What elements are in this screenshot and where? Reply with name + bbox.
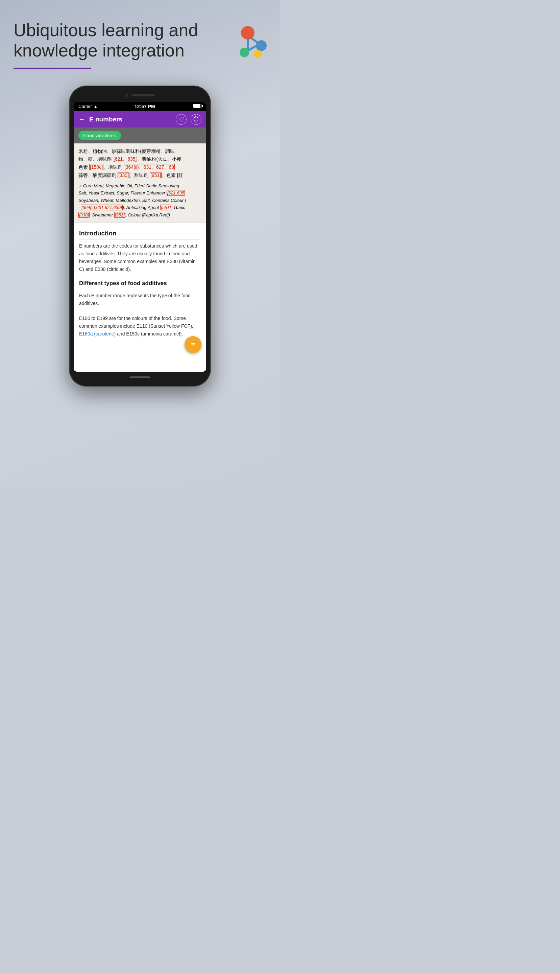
- battery-fill: [193, 104, 200, 107]
- svg-point-3: [241, 26, 255, 40]
- history-button[interactable]: ⏱: [191, 114, 202, 125]
- types-text2-end: and E150c (ammonia caramel).: [116, 331, 183, 336]
- status-time: 12:57 PM: [135, 104, 155, 109]
- food-label-area: 米粉、植物油、炒蒜味調味料(麥芽糊精、調味 物、糖、增味劑 [621、635]、…: [74, 144, 206, 223]
- home-indicator[interactable]: [130, 376, 150, 378]
- types-text2-start: E100 to E199 are for the colours of the …: [79, 316, 193, 329]
- food-additives-tag[interactable]: Food additives: [78, 131, 121, 140]
- favorite-button[interactable]: ♡: [176, 114, 187, 125]
- fab-icon: ≡: [191, 341, 195, 348]
- hero-title: Ubiquitous learning and knowledge integr…: [13, 20, 203, 61]
- english-label: s: Corn Meal, Vegetable Oil, Fried Garli…: [78, 182, 202, 219]
- tag-bar: Food additives: [74, 127, 206, 144]
- svg-point-5: [240, 48, 249, 57]
- e-num-951: [951]: [150, 172, 162, 178]
- back-button[interactable]: ←: [78, 115, 85, 123]
- status-bar: Carrier ▲ 12:57 PM: [74, 102, 206, 111]
- e160a-link[interactable]: E160a (carotene): [79, 331, 116, 336]
- e-num-551: [551]: [160, 205, 171, 211]
- wifi-icon: ▲: [93, 104, 98, 109]
- phone-wrapper: Carrier ▲ 12:57 PM ← E numbers ♡ ⏱: [13, 85, 266, 386]
- types-heading: Different types of food additives: [79, 280, 201, 289]
- e-num-150c: [150c]: [89, 164, 103, 170]
- phone-screen: Carrier ▲ 12:57 PM ← E numbers ♡ ⏱: [74, 102, 206, 372]
- nav-bar: ← E numbers ♡ ⏱: [74, 111, 206, 127]
- svg-point-4: [256, 40, 267, 51]
- e-num-621-635: [621、635]: [113, 156, 138, 162]
- status-right: [192, 104, 202, 109]
- svg-point-6: [254, 50, 262, 58]
- types-text1: Each E number range represents the type …: [79, 292, 201, 307]
- phone-top-bar: [74, 92, 206, 99]
- e-num-364ii-631-627: [364(ii)、631、627、63: [124, 164, 175, 170]
- article-content: Introduction E numbers are the codes for…: [74, 223, 206, 372]
- carrier-label: Carrier: [78, 104, 92, 109]
- phone-camera: [125, 94, 128, 97]
- nav-title: E numbers: [89, 116, 172, 123]
- e-num-621-635-en: [621,635: [167, 190, 185, 196]
- battery-icon: [193, 104, 202, 108]
- e-num-951-en: [951]: [114, 212, 125, 218]
- molecule-icon: [226, 18, 270, 63]
- chinese-label: 米粉、植物油、炒蒜味調味料(麥芽糊精、調味 物、糖、增味劑 [621、635]、…: [78, 147, 202, 180]
- intro-heading: Introduction: [79, 230, 201, 239]
- phone-bottom-bar: [74, 374, 206, 381]
- phone-mockup: Carrier ▲ 12:57 PM ← E numbers ♡ ⏱: [69, 85, 211, 386]
- e-num-330-en: [330]: [78, 212, 90, 218]
- phone-speaker: [132, 94, 155, 96]
- status-left: Carrier ▲: [78, 104, 98, 109]
- types-text2: E100 to E199 are for the colours of the …: [79, 314, 201, 338]
- e-num-364ii-en: [364(ii),631,627,639]: [81, 205, 122, 211]
- fab-button[interactable]: ≡: [185, 336, 202, 353]
- hero-underline: [13, 68, 91, 68]
- intro-text: E numbers are the codes for substances w…: [79, 242, 201, 273]
- e-num-330: [330]: [118, 172, 130, 178]
- page-content: Ubiquitous learning and knowledge integr…: [0, 0, 280, 400]
